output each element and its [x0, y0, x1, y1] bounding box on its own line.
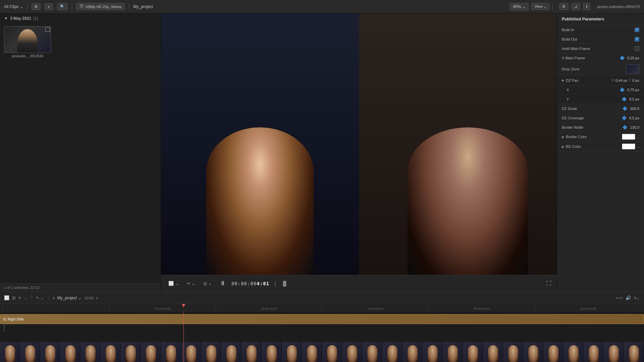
timeline-tool-btn[interactable]: ↖ ⌄ — [36, 295, 45, 300]
timeline-prev-btn[interactable]: ‹ — [53, 295, 54, 301]
param-build-out-checkbox[interactable]: ✓ — [635, 37, 639, 42]
timeline-icon-4[interactable]: ⌄ — [24, 295, 28, 300]
search-btn[interactable]: 🔍 — [57, 3, 68, 10]
timeline-icon-1[interactable]: ⬜ — [4, 295, 9, 300]
param-x-main-label: X Main Frame — [562, 56, 621, 60]
toolbar-divider-3 — [129, 3, 129, 10]
param-drop-zone: Drop Zone: — [557, 63, 644, 76]
param-border-width-controls: 130,0 — [623, 125, 639, 129]
param-x-main-frame: X Main Frame 0,25 px — [557, 53, 644, 63]
ruler-marks: 00:00:02:00 00:00:04:00 00:00:06:00 00:0… — [3, 307, 641, 311]
param-dz-pan-x-label: X — [567, 88, 621, 92]
bg-color-expand-icon[interactable]: ▶ — [562, 145, 565, 148]
drop-zone-thumbnail[interactable] — [626, 64, 639, 74]
filmstrip-person-11 — [206, 345, 216, 362]
timeline-project-label: My_project — [57, 296, 77, 300]
filmstrip-frame-20 — [382, 342, 402, 362]
param-hold-checkbox[interactable] — [635, 46, 639, 51]
filmstrip-person-25 — [488, 345, 498, 362]
border-color-dropdown-icon[interactable]: ⌄ — [637, 135, 639, 139]
param-build-out-label: Build Out — [562, 37, 635, 41]
transform-btn[interactable]: ✂ ⌄ — [185, 280, 198, 287]
filmstrip-frame-16 — [302, 342, 322, 362]
filmstrip-person-16 — [307, 345, 317, 362]
expand-arrow-icon[interactable]: ▶ — [562, 78, 565, 82]
track-id-label: 6954270 — [1, 311, 7, 342]
filmstrip-frame-10 — [181, 342, 201, 362]
settings-icon[interactable]: ⚙ — [559, 3, 569, 10]
param-border-color: ▶ Border Color ⌄ — [557, 132, 644, 142]
timeline-duration: 10:00 — [84, 296, 94, 300]
playhead-line[interactable] — [183, 311, 184, 362]
timeline-next-btn[interactable]: › — [96, 295, 98, 301]
param-bg-color-label: BG Color — [566, 144, 622, 148]
filmstrip-person-20 — [387, 345, 397, 362]
collapse-arrow-icon[interactable]: ▼ — [4, 16, 8, 21]
timeline-right-icon-3[interactable]: ≡⌄ — [634, 295, 640, 300]
param-x-label: X — [612, 78, 614, 82]
param-dz-pan-x-val: 0,75 px — [627, 88, 639, 92]
info-icon[interactable]: ℹ — [583, 3, 590, 10]
clip-name-label: productio..._4912634 — [12, 54, 43, 58]
timeline-project-name[interactable]: My_project ⌄ — [57, 296, 82, 300]
filmstrip-person-3 — [45, 345, 55, 362]
param-build-in-checkbox[interactable]: ✓ — [635, 27, 639, 32]
video-right-pane — [359, 13, 557, 275]
filmstrip-frame-11 — [201, 342, 221, 362]
timeline-right-icon-1[interactable]: ⇦⇨ — [615, 295, 623, 300]
date-label: 3 May 2021 — [10, 16, 31, 21]
param-diamond-x[interactable] — [620, 87, 625, 92]
param-border-diamond[interactable] — [623, 125, 627, 129]
border-color-expand-icon[interactable]: ▶ — [562, 135, 565, 139]
bg-color-dropdown-icon[interactable]: ⌄ — [637, 145, 639, 148]
filmstrip-frame-18 — [342, 342, 362, 362]
view-button[interactable]: View ⌄ — [531, 3, 549, 10]
filmstrip-frame-25 — [483, 342, 503, 362]
filmstrip-person-19 — [367, 345, 377, 362]
param-y-label: Y — [629, 78, 631, 82]
param-diamond-icon[interactable] — [620, 55, 625, 60]
timeline-right-icon-2[interactable]: 🔊 — [626, 295, 631, 300]
param-build-in: Build In ✓ — [557, 25, 644, 35]
param-dz-coverage-controls: 0,5 px — [623, 116, 639, 120]
param-diamond-y[interactable] — [622, 97, 627, 101]
param-dz-pan-x-sub: X 0,75 px — [557, 85, 644, 95]
preview-area: ⬜ ⌄ ✂ ⌄ ◎ ⌄ ⏸ 00:00:004:01 | ▐▌ ⛶ — [161, 13, 557, 292]
effect-btn[interactable]: ◎ ⌄ — [201, 280, 214, 287]
filmstrip-frame-28 — [543, 342, 564, 362]
filmstrip-person-4 — [65, 345, 75, 362]
clip-view-icon-btn[interactable]: ⬜ ⌄ — [166, 280, 181, 287]
filter-icon[interactable]: ⊿ — [571, 3, 580, 10]
filmstrip-person-5 — [86, 345, 96, 362]
filmstrip-frame-29 — [564, 342, 584, 362]
bg-color-swatch[interactable] — [622, 143, 635, 149]
param-border-width-label: Border Width — [562, 125, 623, 129]
status-bar: 1 of 1 selected, 23:13 — [0, 283, 161, 292]
fullscreen-button[interactable]: ⛶ — [546, 281, 551, 287]
param-build-out: Build Out ✓ — [557, 35, 644, 44]
all-clips-selector[interactable]: All Clips ⌄ — [4, 4, 23, 9]
grid-view-btn[interactable]: ⊞ — [32, 3, 41, 10]
filmstrip-person-15 — [287, 345, 297, 362]
filmstrip-person-12 — [226, 345, 236, 362]
pause-button[interactable]: ⏸ — [218, 279, 227, 288]
list-view-btn[interactable]: ≡ — [45, 3, 53, 10]
timecode-frame: 4:01 — [257, 281, 269, 286]
track-clip-01[interactable]: 01 Right Slide — [0, 314, 644, 324]
filmstrip-frame-26 — [503, 342, 523, 362]
param-scale-diamond[interactable] — [623, 106, 627, 111]
ruler-mark-1: 00:00:02:00 — [109, 307, 215, 311]
filmstrip-person-1 — [5, 345, 15, 362]
timeline-icon-2[interactable]: ⊞ — [12, 295, 16, 300]
clip-thumbnail[interactable]: productio..._4912634 — [4, 26, 51, 58]
check-mark-icon-2: ✓ — [636, 37, 638, 41]
zoom-dropdown-icon: ⌄ — [522, 4, 526, 9]
filmstrip-frame-9 — [161, 342, 181, 362]
timeline-track-area: 01 Right Slide 6954270 — [0, 311, 644, 362]
ruler-mark-4: 00:00:08:00 — [428, 307, 535, 311]
border-color-swatch[interactable] — [622, 134, 635, 140]
timeline-icon-3[interactable]: ≡ — [18, 295, 21, 300]
filmstrip-frame-1 — [0, 342, 20, 362]
param-coverage-diamond[interactable] — [622, 115, 627, 120]
zoom-control[interactable]: 85% ⌄ — [510, 3, 529, 10]
